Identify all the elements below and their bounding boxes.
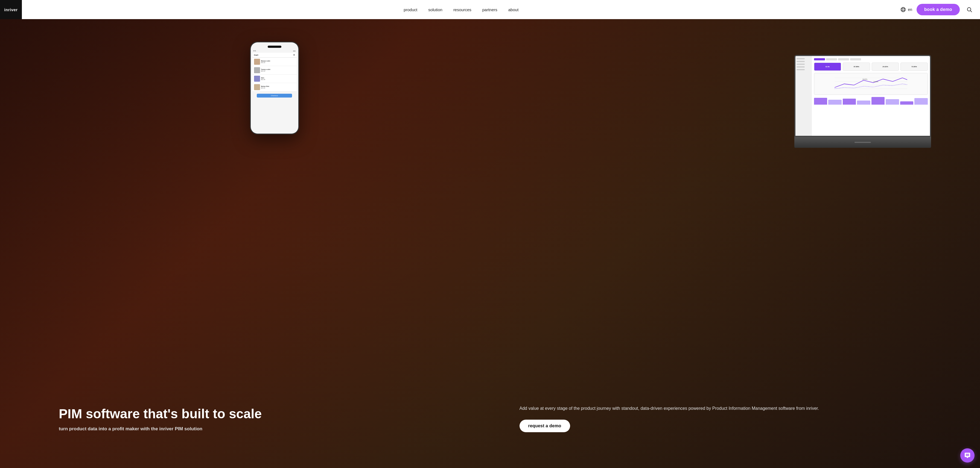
stat-card-4: 73.95% (900, 63, 928, 71)
laptop-mockup: $2.9k 97.88% 24.02% 73.95% (794, 55, 931, 148)
hero-content-right: Add value at every stage of the product … (520, 405, 819, 432)
phone-frame: 9:41 ●●● Cart ✕ Women t-shirt $42.00 (250, 41, 299, 135)
hero-content-left: PIM software that's built to scale turn … (59, 406, 262, 432)
phone-item-1: Women t-shirt $42.00 (252, 58, 297, 66)
dashboard-chart: 24.02% 73.95% (814, 73, 928, 95)
phone-status-bar: 9:41 ●●● (252, 50, 297, 52)
phone-checkout-button[interactable]: Checkout (257, 94, 292, 98)
dashboard-stats-row: $2.9k 97.88% 24.02% 73.95% (814, 63, 928, 71)
phone-item-4: Worker Shirt $15.00 (252, 83, 297, 92)
phone-item-info-3: Shirt $62.99 (261, 77, 295, 80)
header-right: en book a demo (900, 4, 980, 15)
stat-card-2: 97.88% (843, 63, 870, 71)
nav-partners[interactable]: partners (482, 7, 497, 12)
hero-description: Add value at every stage of the product … (520, 405, 819, 412)
phone-item-info-4: Worker Shirt $15.00 (261, 86, 295, 89)
phone-item-info-2: Tommy s-shirt $64.00 (261, 68, 295, 72)
phone-item-thumb-4 (254, 84, 260, 90)
phone-item-3: Shirt $62.99 (252, 75, 297, 83)
hero-section: 9:41 ●●● Cart ✕ Women t-shirt $42.00 (0, 19, 980, 468)
stat-card-3: 24.02% (872, 63, 899, 71)
laptop-dashboard: $2.9k 97.88% 24.02% 73.95% (795, 56, 930, 135)
phone-mockup: 9:41 ●●● Cart ✕ Women t-shirt $42.00 (250, 41, 299, 135)
dashboard-main: $2.9k 97.88% 24.02% 73.95% (812, 56, 930, 135)
phone-item-info-1: Women t-shirt $42.00 (261, 60, 295, 63)
laptop-base (794, 137, 931, 148)
nav-resources[interactable]: resources (453, 7, 471, 12)
logo-text: inriver (4, 7, 18, 12)
chart-svg: 24.02% 73.95% (816, 75, 925, 92)
nav-about[interactable]: about (508, 7, 519, 12)
site-header: inriver product solution resources partn… (0, 0, 980, 19)
globe-icon (900, 6, 906, 13)
svg-point-0 (901, 7, 905, 12)
stat-value-2: 97.88% (854, 66, 859, 67)
nav-product[interactable]: product (404, 7, 417, 12)
laptop-screen: $2.9k 97.88% 24.02% 73.95% (794, 55, 931, 136)
nav-solution[interactable]: solution (428, 7, 442, 12)
svg-point-4 (967, 8, 971, 11)
chat-icon (964, 452, 971, 459)
svg-text:73.95%: 73.95% (873, 81, 878, 82)
stat-card-1: $2.9k (814, 63, 842, 71)
hero-headline: PIM software that's built to scale (59, 406, 262, 421)
phone-item-thumb-3 (254, 76, 260, 82)
logo-block[interactable]: inriver (0, 0, 22, 19)
dashboard-sidebar (795, 56, 812, 135)
main-nav: product solution resources partners abou… (22, 7, 900, 12)
phone-cart-header: Cart ✕ (252, 53, 297, 58)
phone-screen: 9:41 ●●● Cart ✕ Women t-shirt $42.00 (251, 42, 298, 133)
language-selector[interactable]: en (900, 6, 912, 13)
search-icon (966, 6, 972, 13)
chat-bubble-button[interactable] (960, 448, 975, 463)
phone-cart-label: Cart (254, 54, 258, 56)
phone-item-2: Tommy s-shirt $64.00 (252, 66, 297, 75)
svg-line-5 (970, 11, 972, 12)
svg-text:24.02%: 24.02% (862, 78, 867, 80)
lang-label: en (908, 7, 912, 12)
phone-notch (268, 46, 282, 48)
stat-value-1: $2.9k (826, 66, 830, 67)
dashboard-tabs (814, 58, 928, 60)
stat-value-3: 24.02% (882, 66, 888, 67)
svg-point-1 (902, 7, 904, 12)
phone-item-thumb-2 (254, 67, 260, 73)
stat-value-4: 73.95% (912, 66, 917, 67)
request-demo-button[interactable]: request a demo (520, 420, 570, 432)
dashboard-bars (814, 97, 928, 105)
search-button[interactable] (964, 4, 975, 15)
laptop-base-strip (854, 142, 871, 143)
phone-item-thumb-1 (254, 59, 260, 65)
hero-subtext: turn product data into a profit maker wi… (59, 426, 262, 432)
book-demo-button[interactable]: book a demo (916, 4, 960, 15)
